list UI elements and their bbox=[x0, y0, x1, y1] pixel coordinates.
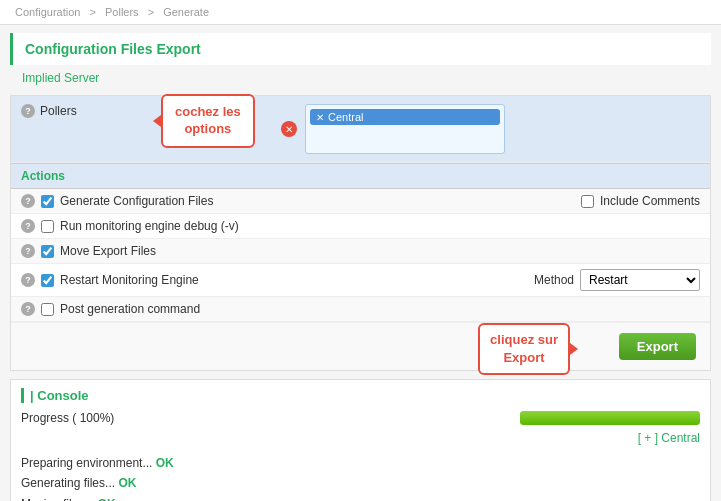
breadcrumb: Configuration > Pollers > Generate bbox=[0, 0, 721, 25]
export-tooltip: cliquez sur Export bbox=[478, 323, 570, 375]
implied-server[interactable]: Implied Server bbox=[10, 65, 721, 91]
pollers-label: Pollers bbox=[40, 104, 77, 118]
page-title: Configuration Files Export bbox=[25, 41, 699, 57]
progress-bar-container bbox=[520, 411, 700, 425]
pollers-help-icon[interactable]: ? bbox=[21, 104, 35, 118]
checkbox-include-comments[interactable] bbox=[581, 195, 594, 208]
include-comments-label: Include Comments bbox=[600, 194, 700, 208]
log-text-2: Generating files... bbox=[21, 476, 115, 490]
action-row-run-debug: ? Run monitoring engine debug (-v) bbox=[11, 214, 710, 239]
log-text-1: Preparing environment... bbox=[21, 456, 152, 470]
console-log: Preparing environment... OK Generating f… bbox=[21, 453, 700, 501]
action-label-restart-engine: Restart Monitoring Engine bbox=[60, 273, 528, 287]
action-row-restart-engine: ? Restart Monitoring Engine Method Resta… bbox=[11, 264, 710, 297]
page-header: Configuration Files Export bbox=[10, 33, 711, 65]
action-label-move-export: Move Export Files bbox=[60, 244, 700, 258]
poller-tag-central[interactable]: ✕ Central bbox=[310, 109, 500, 125]
console-title: | Console bbox=[21, 388, 700, 403]
help-icon-restart-engine[interactable]: ? bbox=[21, 273, 35, 287]
help-icon-gen-config[interactable]: ? bbox=[21, 194, 35, 208]
action-row-move-export: ? Move Export Files bbox=[11, 239, 710, 264]
pollers-row: ? Pollers cochez les options ✕ ✕ Central bbox=[11, 96, 710, 163]
export-button[interactable]: Export bbox=[619, 333, 696, 360]
log-status-1: OK bbox=[156, 456, 174, 470]
log-line-1: Preparing environment... OK bbox=[21, 453, 700, 473]
checkbox-post-gen[interactable] bbox=[41, 303, 54, 316]
remove-pollers-btn[interactable]: ✕ bbox=[281, 121, 297, 137]
poller-tag-label: Central bbox=[328, 111, 363, 123]
action-label-gen-config: Generate Configuration Files bbox=[60, 194, 575, 208]
log-status-2: OK bbox=[118, 476, 136, 490]
breadcrumb-item-generate[interactable]: Generate bbox=[163, 6, 209, 18]
action-row-post-gen: ? Post generation command bbox=[11, 297, 710, 322]
progress-label: Progress ( 100%) bbox=[21, 411, 114, 425]
checkbox-gen-config[interactable] bbox=[41, 195, 54, 208]
breadcrumb-item-pollers[interactable]: Pollers bbox=[105, 6, 139, 18]
export-section: cliquez sur Export Export bbox=[11, 322, 710, 370]
action-label-post-gen: Post generation command bbox=[60, 302, 700, 316]
checkbox-run-debug[interactable] bbox=[41, 220, 54, 233]
progress-bar-fill bbox=[520, 411, 700, 425]
method-label: Method bbox=[534, 273, 574, 287]
progress-row: Progress ( 100%) bbox=[21, 411, 700, 425]
method-select[interactable]: Restart Reload Stop bbox=[580, 269, 700, 291]
action-row-gen-config: ? Generate Configuration Files Include C… bbox=[11, 189, 710, 214]
pollers-tooltip: cochez les options bbox=[161, 94, 255, 148]
pollers-select-box[interactable]: ✕ Central bbox=[305, 104, 505, 154]
log-status-3: OK bbox=[98, 497, 116, 501]
checkbox-restart-engine[interactable] bbox=[41, 274, 54, 287]
tag-x-icon[interactable]: ✕ bbox=[316, 112, 324, 123]
checkbox-move-export[interactable] bbox=[41, 245, 54, 258]
log-text-3: Moving files... bbox=[21, 497, 94, 501]
main-content: ? Pollers cochez les options ✕ ✕ Central… bbox=[10, 95, 711, 371]
help-icon-move-export[interactable]: ? bbox=[21, 244, 35, 258]
help-icon-run-debug[interactable]: ? bbox=[21, 219, 35, 233]
log-line-3: Moving files... OK bbox=[21, 494, 700, 501]
central-link[interactable]: [ + ] Central bbox=[21, 431, 700, 445]
action-label-run-debug: Run monitoring engine debug (-v) bbox=[60, 219, 700, 233]
console-section: | Console Progress ( 100%) [ + ] Central… bbox=[10, 379, 711, 501]
help-icon-post-gen[interactable]: ? bbox=[21, 302, 35, 316]
actions-header: Actions bbox=[11, 163, 710, 189]
log-line-2: Generating files... OK bbox=[21, 473, 700, 493]
breadcrumb-item-configuration[interactable]: Configuration bbox=[15, 6, 80, 18]
